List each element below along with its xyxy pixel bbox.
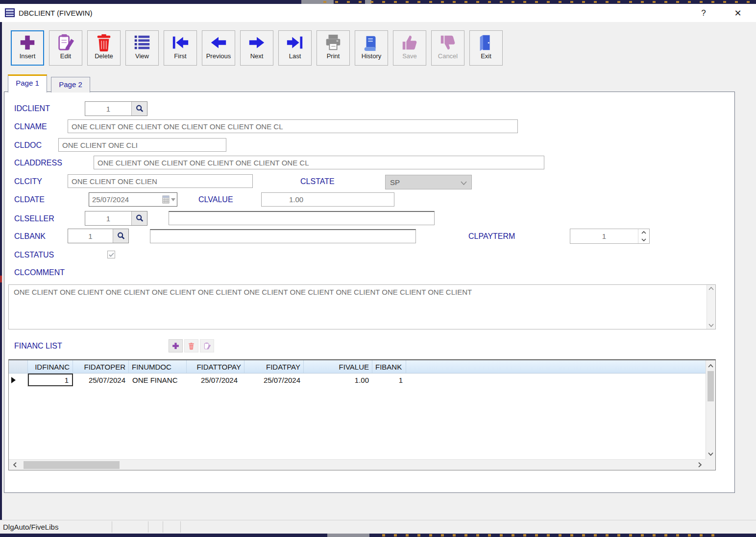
- cldate-picker[interactable]: 25/07/2024: [89, 192, 177, 207]
- clcomment-scrollbar[interactable]: [707, 285, 715, 329]
- column-header-fidattopay[interactable]: FIDATTOPAY: [187, 360, 244, 373]
- clpayterm-value: 1: [570, 229, 638, 243]
- claddress-input[interactable]: ONE CLIENT ONE CLIENT ONE CLIENT ONE CLI…: [94, 156, 544, 169]
- clcity-label: CLCITY: [14, 177, 42, 186]
- chevron-up-icon: [708, 364, 713, 368]
- cldate-calendar-button[interactable]: [160, 193, 177, 206]
- scroll-right-button[interactable]: [696, 460, 704, 470]
- clcomment-text: ONE CLIENT ONE CLIENT ONE CLIENT ONE CLI…: [9, 285, 707, 329]
- magnifier-icon: [117, 232, 125, 240]
- idclient-field: 1: [85, 101, 147, 116]
- column-header-fidatpay[interactable]: FIDATPAY: [244, 360, 304, 373]
- scroll-left-button[interactable]: [11, 460, 19, 470]
- cldoc-input[interactable]: ONE CLIENT ONE CLI: [58, 138, 226, 152]
- financ-grid-header: IDFINANC FIDATOPER FINUMDOC FIDATTOPAY F…: [9, 360, 706, 374]
- last-button[interactable]: Last: [278, 30, 312, 66]
- dbclient-window: DBCLIENT (FIVEWIN) ? ✕ Insert Edit: [0, 0, 756, 537]
- financ-edit-button[interactable]: [200, 339, 214, 352]
- view-button[interactable]: View: [125, 30, 159, 66]
- clcity-input[interactable]: ONE CLIENT ONE CLIEN: [68, 174, 253, 188]
- cell-fibank[interactable]: 1: [372, 373, 406, 387]
- column-header-idfinanc[interactable]: IDFINANC: [28, 360, 73, 373]
- scrollbar-thumb[interactable]: [24, 461, 120, 469]
- clbank-name-input[interactable]: [150, 229, 416, 243]
- thumb-up-icon: [400, 33, 419, 52]
- clseller-search-button[interactable]: [131, 211, 147, 225]
- edit-button[interactable]: Edit: [49, 30, 82, 66]
- edit-note-icon: [203, 342, 211, 350]
- column-header-finumdoc[interactable]: FINUMDOC: [129, 360, 187, 373]
- door-icon: [477, 33, 495, 52]
- statusbar-separator: [180, 521, 181, 533]
- tab-bar: Page 1 Page 2: [8, 74, 90, 93]
- first-button[interactable]: First: [164, 30, 197, 66]
- chevron-down-icon: [708, 452, 713, 456]
- clname-input[interactable]: ONE CLIENT ONE CLIENT ONE CLIENT ONE CLI…: [68, 119, 518, 133]
- grid-horizontal-scrollbar[interactable]: [9, 459, 706, 470]
- idclient-value[interactable]: 1: [85, 102, 131, 116]
- cell-fidatoper[interactable]: 25/07/2024: [73, 373, 129, 387]
- clstatus-checkbox[interactable]: [107, 251, 115, 258]
- clbank-search-button[interactable]: [113, 229, 128, 243]
- magnifier-icon: [135, 104, 144, 113]
- spinner-down-button[interactable]: [638, 236, 649, 244]
- background-window-top-strip: [0, 0, 756, 4]
- history-button[interactable]: History: [355, 30, 388, 66]
- clseller-label: CLSELLER: [14, 214, 54, 223]
- delete-button[interactable]: Delete: [87, 30, 121, 66]
- column-header-fivalue[interactable]: FIVALUE: [304, 360, 372, 373]
- print-button[interactable]: Print: [317, 30, 350, 66]
- financ-list-label: FINANC LIST: [14, 342, 62, 350]
- financ-delete-button[interactable]: [184, 339, 198, 352]
- save-button[interactable]: Save: [393, 30, 426, 66]
- tab-page-1[interactable]: Page 1: [8, 74, 47, 93]
- cell-idfinanc[interactable]: 1: [28, 374, 73, 386]
- clcomment-textarea[interactable]: ONE CLIENT ONE CLIENT ONE CLIENT ONE CLI…: [8, 284, 716, 329]
- background-fragment: [0, 276, 2, 282]
- spinner-up-button[interactable]: [638, 229, 649, 236]
- clstate-combobox[interactable]: SP: [385, 175, 472, 189]
- clpayterm-spinner[interactable]: 1: [570, 229, 650, 244]
- statusbar-separator: [112, 521, 112, 533]
- arrow-first-icon: [171, 33, 190, 52]
- current-row-arrow-icon: [11, 377, 16, 383]
- table-row[interactable]: 1 25/07/2024 ONE FINANC 25/07/2024 25/07…: [9, 373, 706, 387]
- cldate-label: CLDATE: [14, 195, 45, 204]
- exit-button[interactable]: Exit: [469, 30, 503, 66]
- column-header-fibank[interactable]: FIBANK: [372, 360, 406, 373]
- statusbar-separator: [163, 521, 163, 533]
- insert-button[interactable]: Insert: [11, 30, 44, 66]
- idclient-search-button[interactable]: [131, 102, 147, 116]
- scroll-down-button[interactable]: [706, 450, 715, 458]
- scroll-up-button[interactable]: [706, 362, 715, 370]
- help-button[interactable]: ?: [694, 6, 713, 20]
- clstatus-label: CLSTATUS: [14, 251, 54, 259]
- financ-grid: IDFINANC FIDATOPER FINUMDOC FIDATTOPAY F…: [8, 359, 716, 470]
- financ-add-button[interactable]: [169, 339, 183, 352]
- clbank-value[interactable]: 1: [68, 229, 113, 243]
- grid-vertical-scrollbar[interactable]: [706, 360, 715, 459]
- cell-fidattopay[interactable]: 25/07/2024: [187, 373, 244, 387]
- close-button[interactable]: ✕: [727, 6, 749, 20]
- chevron-right-icon: [698, 462, 702, 467]
- clseller-value[interactable]: 1: [85, 211, 131, 225]
- clvalue-input[interactable]: 1.00: [261, 192, 394, 207]
- column-header-fidatoper[interactable]: FIDATOPER: [73, 360, 129, 373]
- statusbar: DlgAuto/FiveLibs: [0, 520, 756, 534]
- chevron-down-icon: [708, 324, 714, 327]
- page-1-panel: IDCLIENT 1 CLNAME ONE CLIENT ONE CLIENT …: [4, 92, 735, 493]
- cell-finumdoc[interactable]: ONE FINANC: [129, 373, 187, 387]
- cell-fidatpay[interactable]: 25/07/2024: [244, 373, 304, 387]
- check-icon: [109, 253, 114, 257]
- scrollbar-thumb[interactable]: [707, 371, 714, 401]
- tab-page-2[interactable]: Page 2: [51, 77, 90, 93]
- dropdown-arrow-icon: [171, 198, 175, 201]
- cell-fivalue[interactable]: 1.00: [304, 373, 372, 387]
- previous-button[interactable]: Previous: [202, 30, 235, 66]
- toolbar: Insert Edit Delete: [11, 30, 503, 66]
- cancel-button[interactable]: Cancel: [431, 30, 464, 66]
- background-code-text: [382, 534, 722, 537]
- next-button[interactable]: Next: [240, 30, 273, 66]
- clseller-name-input[interactable]: [169, 211, 435, 225]
- row-indicator: [9, 373, 28, 387]
